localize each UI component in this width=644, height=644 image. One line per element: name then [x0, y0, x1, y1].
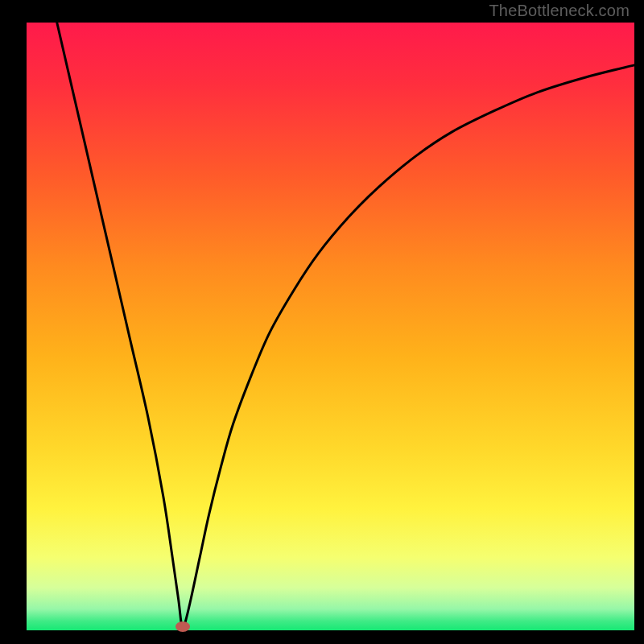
- plot-background: [27, 23, 634, 630]
- chart-frame: TheBottleneck.com: [0, 0, 644, 644]
- attribution-text: TheBottleneck.com: [489, 2, 630, 20]
- bottleneck-chart: [0, 0, 644, 644]
- optimal-point-marker: [175, 621, 190, 632]
